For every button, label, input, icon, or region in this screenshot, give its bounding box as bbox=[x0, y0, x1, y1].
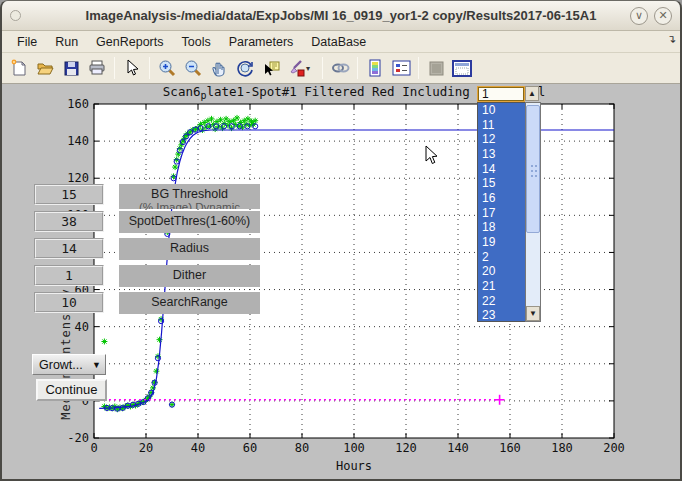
pan-tool-button[interactable] bbox=[206, 56, 232, 80]
open-file-button[interactable] bbox=[32, 56, 58, 80]
printer-icon bbox=[88, 59, 106, 77]
searchrange-input[interactable]: 10 bbox=[34, 292, 104, 313]
scroll-down-button[interactable]: ▼ bbox=[526, 306, 540, 321]
placeholder-square-button[interactable] bbox=[423, 56, 449, 80]
dropdown-item-2[interactable]: 2 bbox=[478, 250, 525, 265]
scrollbar-grip bbox=[530, 164, 538, 178]
dropdown-item-11[interactable]: 11 bbox=[478, 118, 525, 133]
app-window: ImageAnalysis-/media/data/ExpJobs/MI 16_… bbox=[0, 0, 682, 481]
menu-item-parameters[interactable]: Parameters bbox=[220, 33, 303, 51]
svg-text:140: 140 bbox=[67, 134, 89, 148]
growth-mode-label: Growt... bbox=[39, 358, 83, 372]
save-button[interactable] bbox=[58, 56, 84, 80]
dropdown-item-13[interactable]: 13 bbox=[478, 147, 525, 162]
link-icon bbox=[331, 60, 350, 76]
dither-input[interactable]: 1 bbox=[34, 265, 104, 286]
continue-button[interactable]: Continue bbox=[36, 379, 107, 401]
minimize-button[interactable]: ∨ bbox=[630, 7, 648, 25]
growth-mode-dropdown-button[interactable]: Growt... ▼ bbox=[32, 354, 106, 375]
menu-item-database[interactable]: DataBase bbox=[302, 33, 375, 51]
close-button[interactable]: ✕ bbox=[654, 7, 672, 25]
svg-text:100: 100 bbox=[343, 441, 365, 455]
svg-text:140: 140 bbox=[447, 441, 469, 455]
svg-text:40: 40 bbox=[191, 441, 205, 455]
axes-window-icon bbox=[452, 60, 472, 77]
zoom-out-button[interactable] bbox=[180, 56, 206, 80]
dropdown-item-23[interactable]: 23 bbox=[478, 308, 525, 323]
rotate-3d-button[interactable] bbox=[232, 56, 258, 80]
window-title: ImageAnalysis-/media/data/ExpJobs/MI 16_… bbox=[2, 8, 680, 23]
svg-text:40: 40 bbox=[75, 320, 89, 334]
menu-item-tools[interactable]: Tools bbox=[173, 33, 220, 51]
radius-label: Radius bbox=[119, 238, 260, 260]
zoom-in-icon bbox=[158, 59, 176, 77]
pointer-icon bbox=[124, 59, 140, 77]
svg-text:180: 180 bbox=[551, 441, 573, 455]
spotdetthres-1-60-label: SpotDetThres(1-60%) bbox=[119, 211, 260, 233]
svg-text:Hours: Hours bbox=[336, 459, 372, 473]
new-file-icon bbox=[10, 59, 28, 77]
print-button[interactable] bbox=[84, 56, 110, 80]
brush-icon bbox=[288, 59, 306, 77]
data-cursor-button[interactable] bbox=[258, 56, 284, 80]
dropdown-item-20[interactable]: 20 bbox=[478, 264, 525, 279]
scroll-up-button[interactable]: ▲ bbox=[525, 86, 539, 101]
svg-text:160: 160 bbox=[499, 441, 521, 455]
toolbar-separator bbox=[149, 57, 150, 79]
dropdown-list: 10111213141516171819220212223 bbox=[477, 102, 525, 322]
insert-colorbar-button[interactable] bbox=[362, 56, 388, 80]
toolbar-separator bbox=[418, 57, 419, 79]
menu-overflow-icon[interactable]: ↴ bbox=[667, 33, 676, 46]
dropdown-item-16[interactable]: 16 bbox=[478, 191, 525, 206]
chevron-down-icon: ▼ bbox=[92, 360, 101, 370]
legend-icon bbox=[392, 60, 411, 76]
toolbar-separator bbox=[322, 57, 323, 79]
new-file-button[interactable] bbox=[6, 56, 32, 80]
svg-text:120: 120 bbox=[395, 441, 417, 455]
axes-window-button[interactable] bbox=[449, 56, 475, 80]
radius-input[interactable]: 14 bbox=[34, 238, 104, 259]
hand-icon bbox=[210, 59, 228, 77]
svg-text:160: 160 bbox=[67, 97, 89, 111]
pointer-tool-button[interactable] bbox=[119, 56, 145, 80]
svg-text:200: 200 bbox=[603, 441, 625, 455]
bg-threshold-label: BG Threshold(% Image) Dynamic bbox=[119, 184, 260, 209]
dropdown-item-18[interactable]: 18 bbox=[478, 220, 525, 235]
dropdown-item-19[interactable]: 19 bbox=[478, 235, 525, 250]
menu-item-genreports[interactable]: GenReports bbox=[87, 33, 172, 51]
data-cursor-icon bbox=[262, 59, 281, 77]
open-folder-icon bbox=[36, 59, 54, 77]
spot-number-combobox[interactable]: 1 bbox=[477, 86, 525, 102]
dropdown-scrollbar[interactable]: ▼ bbox=[525, 102, 541, 322]
dropdown-item-17[interactable]: 17 bbox=[478, 206, 525, 221]
link-plots-button[interactable] bbox=[327, 56, 353, 80]
dropdown-item-15[interactable]: 15 bbox=[478, 176, 525, 191]
dropdown-item-14[interactable]: 14 bbox=[478, 162, 525, 177]
titlebar: ImageAnalysis-/media/data/ExpJobs/MI 16_… bbox=[2, 1, 680, 31]
svg-text:60: 60 bbox=[243, 441, 257, 455]
dropdown-item-22[interactable]: 22 bbox=[478, 294, 525, 309]
figure-area: 020406080100120140160180200-200204060801… bbox=[2, 85, 680, 479]
toolbar: ▾ bbox=[2, 53, 680, 84]
dropdown-item-10[interactable]: 10 bbox=[478, 103, 525, 118]
brush-tool-button[interactable]: ▾ bbox=[284, 56, 318, 80]
insert-legend-button[interactable] bbox=[388, 56, 414, 80]
svg-text:0: 0 bbox=[90, 441, 97, 455]
toolbar-separator bbox=[357, 57, 358, 79]
zoom-in-button[interactable] bbox=[154, 56, 180, 80]
colorbar-icon bbox=[368, 59, 382, 77]
gray-square-icon bbox=[429, 61, 444, 76]
bg-threshold-input[interactable]: 15 bbox=[34, 184, 104, 205]
svg-text:80: 80 bbox=[295, 441, 309, 455]
scrollbar-thumb[interactable] bbox=[526, 105, 540, 233]
mouse-cursor bbox=[425, 145, 439, 165]
menu-item-run[interactable]: Run bbox=[46, 33, 87, 51]
menubar: FileRunGenReportsToolsParametersDataBase… bbox=[2, 31, 680, 53]
toolbar-separator bbox=[114, 57, 115, 79]
dropdown-item-12[interactable]: 12 bbox=[478, 132, 525, 147]
rotate-3d-icon bbox=[236, 59, 254, 77]
menu-item-file[interactable]: File bbox=[8, 33, 46, 51]
dropdown-item-21[interactable]: 21 bbox=[478, 279, 525, 294]
brush-dropdown-caret[interactable]: ▾ bbox=[306, 64, 314, 73]
spotdetthres-1-60-input[interactable]: 38 bbox=[34, 211, 104, 232]
